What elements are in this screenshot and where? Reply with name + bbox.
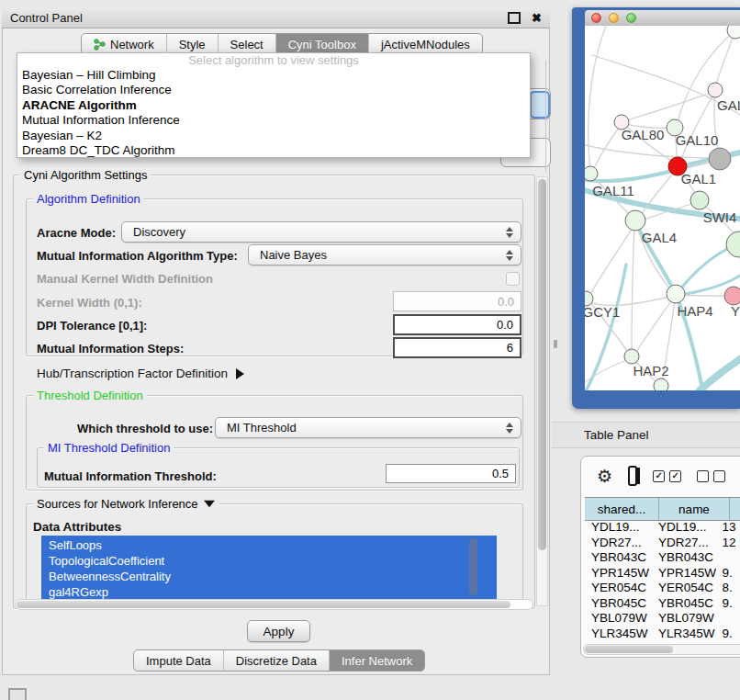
tab-cyni-toolbox[interactable]: Cyni Toolbox bbox=[276, 34, 369, 54]
resize-grip-icon[interactable] bbox=[8, 688, 27, 700]
table-cell: YER054C bbox=[652, 581, 715, 596]
close-traffic-light-icon[interactable] bbox=[591, 13, 601, 23]
data-attribute-item[interactable]: TopologicalCoefficient bbox=[41, 553, 497, 569]
hub-definition-expander[interactable]: Hub/Transcription Factor Definition bbox=[37, 367, 244, 380]
mi-steps-input[interactable]: 6 bbox=[393, 337, 521, 358]
algorithm-option[interactable]: ARACNE Algorithm bbox=[17, 98, 530, 113]
table-row[interactable]: YBL079WYBL079W bbox=[585, 611, 740, 627]
select-all-checkboxes-icon[interactable]: ✓✓ bbox=[653, 470, 681, 482]
float-window-icon[interactable] bbox=[508, 12, 521, 24]
table-toolbar: ⚙ ✓✓ bbox=[581, 457, 740, 495]
tab-discretize-data[interactable]: Discretize Data bbox=[224, 650, 330, 671]
table-row[interactable]: YDR27...YDR27...12 bbox=[585, 536, 740, 551]
data-attribute-item[interactable]: SelfLoops bbox=[41, 537, 497, 553]
network-edge[interactable] bbox=[585, 265, 626, 390]
bottom-tabstrip: Impute Data Discretize Data Infer Networ… bbox=[133, 649, 425, 672]
network-edge[interactable] bbox=[678, 295, 731, 296]
algorithm-popup-list: Bayesian – Hill ClimbingBasic Correlatio… bbox=[17, 68, 530, 158]
which-threshold-select[interactable]: MI Threshold bbox=[215, 417, 521, 438]
network-node[interactable] bbox=[585, 166, 598, 181]
tab-style[interactable]: Style bbox=[167, 34, 219, 54]
tab-infer-network[interactable]: Infer Network bbox=[330, 650, 424, 671]
tab-jactivemnodules[interactable]: jActiveMNodules bbox=[369, 34, 482, 54]
mi-threshold-input[interactable]: 0.5 bbox=[386, 464, 516, 483]
mi-type-select[interactable]: Naive Bayes bbox=[248, 244, 521, 265]
table-cell: 9. bbox=[716, 596, 740, 612]
columns-icon[interactable] bbox=[628, 466, 637, 486]
network-node-label: GAL bbox=[717, 97, 740, 113]
settings-vertical-scrollbar[interactable] bbox=[536, 176, 548, 606]
algorithm-option[interactable]: Mutual Information Inference bbox=[17, 113, 530, 128]
gear-icon[interactable]: ⚙ bbox=[597, 468, 612, 485]
algorithm-option[interactable]: Basic Correlation Inference bbox=[17, 83, 530, 97]
table-cell: 9. bbox=[716, 566, 740, 581]
network-edge[interactable] bbox=[635, 296, 675, 354]
table-panel-title: Table Panel bbox=[584, 428, 649, 442]
network-edge[interactable] bbox=[700, 359, 740, 390]
close-icon[interactable]: ✖ bbox=[532, 12, 542, 24]
tab-label: Discretize Data bbox=[236, 654, 317, 668]
table-row[interactable]: YDL19...YDL19...13 bbox=[585, 520, 740, 536]
network-node-label: GCY1 bbox=[585, 304, 620, 320]
network-edge[interactable] bbox=[589, 223, 635, 296]
network-node[interactable] bbox=[724, 287, 740, 305]
network-node[interactable] bbox=[690, 191, 709, 209]
mi-steps-label: Mutual Information Steps: bbox=[37, 342, 184, 356]
table-row[interactable]: YBR043CYBR043C bbox=[585, 550, 740, 566]
manual-kernel-checkbox[interactable] bbox=[506, 272, 520, 286]
network-canvas[interactable]: GALGAL80GAL10GAL1GAL11SWI4GAL4GCY1HAP4YH… bbox=[585, 26, 740, 390]
algorithm-option[interactable]: Bayesian – Hill Climbing bbox=[17, 68, 530, 83]
tab-network[interactable]: Network bbox=[82, 34, 167, 54]
network-node[interactable] bbox=[625, 210, 645, 231]
spinner-arrows-icon bbox=[506, 249, 513, 262]
network-window-titlebar[interactable] bbox=[585, 10, 740, 26]
aracne-mode-select[interactable]: Discovery bbox=[121, 221, 521, 243]
table-row[interactable]: YLR345WYLR345W9. bbox=[585, 627, 740, 642]
which-threshold-value: MI Threshold bbox=[227, 421, 297, 435]
dpi-tolerance-input[interactable]: 0.0 bbox=[393, 314, 521, 335]
network-node[interactable] bbox=[708, 83, 723, 97]
table-cell: 9. bbox=[716, 627, 740, 642]
table-column-header[interactable]: A bbox=[730, 498, 740, 520]
deselect-all-checkboxes-icon[interactable] bbox=[697, 470, 725, 482]
table-horizontal-scrollbar[interactable] bbox=[583, 644, 740, 655]
sources-group-title[interactable]: Sources for Network Inference bbox=[33, 497, 219, 511]
table-cell: YBR043C bbox=[585, 550, 652, 566]
data-attribute-item[interactable]: BetweennessCentrality bbox=[41, 569, 497, 584]
groupbox-edge-fragment bbox=[545, 61, 546, 173]
mi-type-label: Mutual Information Algorithm Type: bbox=[37, 249, 238, 263]
network-node[interactable] bbox=[654, 378, 668, 390]
network-node[interactable] bbox=[624, 349, 639, 364]
table-row[interactable]: YER054CYER054C8. bbox=[585, 581, 740, 596]
network-edge[interactable] bbox=[632, 224, 634, 354]
list-scrollbar-thumb[interactable] bbox=[469, 538, 477, 595]
apply-button[interactable]: Apply bbox=[247, 620, 310, 642]
algorithm-option[interactable]: Bayesian – K2 bbox=[17, 129, 530, 143]
data-attribute-item[interactable]: gal4RGexp bbox=[41, 584, 497, 600]
table-cell: YDL19... bbox=[652, 520, 715, 536]
tab-impute-data[interactable]: Impute Data bbox=[134, 650, 224, 671]
network-node[interactable] bbox=[709, 148, 731, 170]
tab-select[interactable]: Select bbox=[219, 34, 276, 54]
split-divider-handle[interactable] bbox=[554, 340, 557, 348]
kernel-width-input[interactable]: 0.0 bbox=[393, 291, 521, 311]
table-cell: YDR27... bbox=[585, 536, 652, 551]
algorithm-option[interactable]: Dream8 DC_TDC Algorithm bbox=[17, 143, 530, 158]
table-cell: YER054C bbox=[585, 581, 652, 596]
zoom-traffic-light-icon[interactable] bbox=[626, 13, 636, 23]
table-row[interactable]: YPR145WYPR145W9. bbox=[585, 566, 740, 581]
data-attributes-list[interactable]: SelfLoopsTopologicalCoefficientBetweenne… bbox=[41, 536, 497, 600]
expand-arrow-icon bbox=[236, 368, 244, 379]
table-column-header[interactable]: name bbox=[659, 498, 730, 520]
manual-kernel-label: Manual Kernel Width Definition bbox=[37, 272, 213, 286]
network-edge[interactable] bbox=[585, 170, 676, 181]
settings-horizontal-scrollbar[interactable] bbox=[15, 599, 533, 610]
table-column-header[interactable]: shared... bbox=[585, 498, 659, 520]
table-row[interactable]: YBR045CYBR045C9. bbox=[585, 596, 740, 612]
network-node[interactable] bbox=[726, 231, 740, 257]
minimize-traffic-light-icon[interactable] bbox=[609, 13, 619, 23]
table-cell: 13 bbox=[716, 520, 740, 536]
combobox-focus-ring bbox=[530, 91, 550, 119]
table-cell: YLR345W bbox=[652, 627, 715, 642]
network-node[interactable] bbox=[667, 285, 685, 303]
